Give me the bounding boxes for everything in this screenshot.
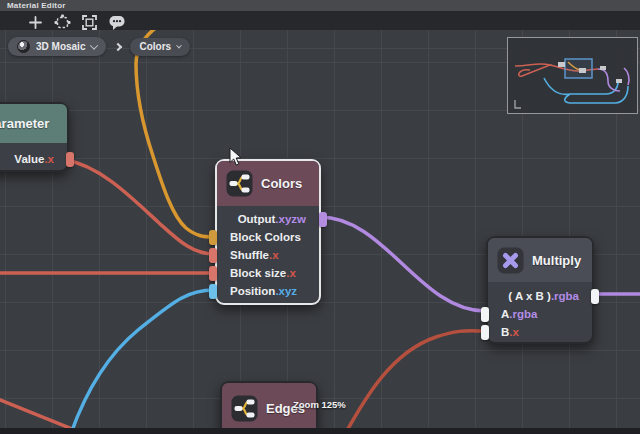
multiply-icon (497, 247, 524, 274)
node-multiply[interactable]: Multiply ( A x B ).rgba A.rgba B.x (486, 236, 594, 344)
port-label: Output (238, 213, 276, 225)
material-sphere-icon (17, 40, 30, 53)
input-port-block-colors[interactable] (209, 230, 217, 245)
port-suffix: .x (286, 267, 296, 279)
chevron-down-icon (176, 42, 182, 48)
node-colors[interactable]: Colors Output.xyzw Block Colors Shuffle.… (215, 159, 321, 305)
port-row-block-size: Block size.x (217, 264, 319, 282)
minimap-viewport[interactable] (565, 59, 592, 78)
minimap-preview (508, 38, 637, 113)
input-port-b[interactable] (481, 325, 489, 340)
node-multiply-title: Multiply (532, 253, 581, 268)
port-row-output: Output.xyzw (217, 210, 319, 228)
input-port-a[interactable] (481, 307, 489, 322)
breadcrumb-root-3d-mosaic[interactable]: 3D Mosaic (8, 37, 106, 56)
port-label: Block size (230, 267, 286, 279)
breadcrumb-current-colors[interactable]: Colors (130, 38, 190, 56)
output-port-output[interactable] (319, 212, 327, 227)
port-label: Shuffle (230, 249, 269, 261)
port-suffix: .rgba (509, 308, 537, 320)
port-label: ( A x B ) (508, 290, 551, 302)
node-parameter-header[interactable]: Parameter (0, 104, 67, 143)
node-multiply-header[interactable]: Multiply (488, 238, 592, 282)
zoom-level-label: Zoom 125% (293, 399, 346, 410)
port-row-b: B.x (488, 323, 592, 341)
material-editor-window: Parameter Value.x Colors Output.xyzw (0, 0, 640, 434)
input-port-block-size[interactable] (209, 266, 217, 281)
window-title: Material Editor (7, 1, 66, 10)
port-suffix: .xyzw (275, 213, 306, 225)
node-colors-header[interactable]: Colors (217, 161, 319, 206)
subgraph-icon (226, 170, 253, 197)
port-row-result: ( A x B ).rgba (488, 287, 592, 305)
breadcrumb: 3D Mosaic Colors (8, 37, 190, 56)
output-port-result[interactable] (591, 289, 599, 304)
node-group-icon (54, 14, 71, 31)
port-suffix: .x (509, 326, 519, 338)
node-group-button[interactable] (53, 14, 71, 32)
node-parameter-title: Parameter (0, 116, 49, 131)
add-node-icon (28, 15, 43, 30)
subgraph-icon (231, 395, 258, 422)
minimap[interactable] (507, 37, 638, 114)
port-row-position: Position.xyz (217, 282, 319, 300)
frame-view-icon (81, 14, 98, 31)
title-bar: Material Editor (0, 0, 640, 11)
port-label: Block Colors (230, 231, 301, 243)
port-suffix: .x (44, 153, 54, 165)
port-suffix: .xyz (275, 285, 297, 297)
comment-button[interactable] (108, 14, 126, 32)
node-colors-title: Colors (261, 176, 302, 191)
input-port-position[interactable] (209, 284, 217, 299)
port-row-shuffle: Shuffle.x (217, 246, 319, 264)
input-port-shuffle[interactable] (209, 248, 217, 263)
add-node-button[interactable] (26, 14, 44, 32)
frame-view-button[interactable] (80, 14, 98, 32)
breadcrumb-root-label: 3D Mosaic (36, 41, 85, 52)
chevron-right-icon (114, 42, 122, 50)
port-row-a: A.rgba (488, 305, 592, 323)
port-label: Position (230, 285, 275, 297)
breadcrumb-current-label: Colors (139, 41, 171, 52)
toolbar (0, 11, 640, 30)
port-suffix: .x (269, 249, 279, 261)
bottom-bar (0, 428, 640, 434)
node-parameter[interactable]: Parameter Value.x (0, 102, 69, 172)
port-label: Value (14, 153, 44, 165)
port-suffix: .rgba (551, 290, 579, 302)
output-port-value[interactable] (66, 152, 74, 167)
chevron-down-icon (90, 41, 98, 49)
port-row-value: Value.x (0, 150, 67, 168)
comment-icon (108, 14, 126, 31)
port-row-block-colors: Block Colors (217, 228, 319, 246)
